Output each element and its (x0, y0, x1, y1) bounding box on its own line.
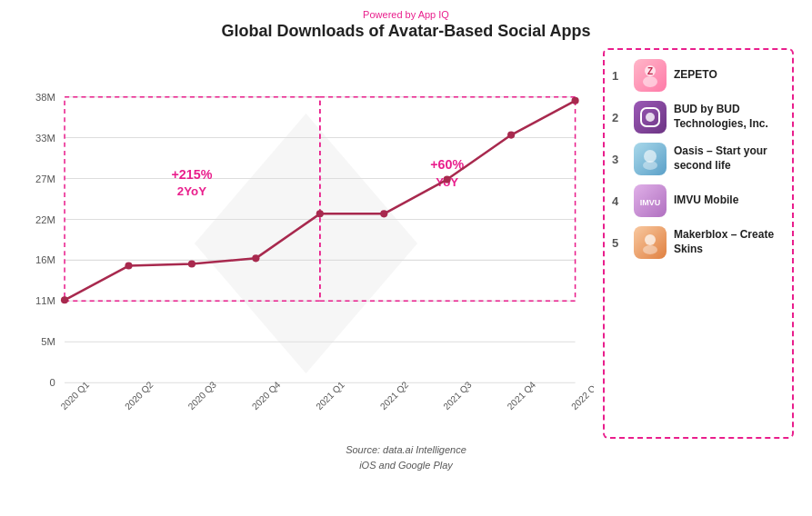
legend-item-1: 1 Z ZEPETO (612, 59, 785, 92)
footer-platforms: iOS and Google Play (359, 460, 453, 471)
x-label-6: 2021 Q3 (441, 380, 474, 412)
legend-icon-imvu: IMVU (634, 184, 667, 217)
dot-7 (507, 131, 515, 138)
svg-text:IMVU: IMVU (640, 198, 661, 207)
footer-source: Source: data.ai Intelligence (346, 444, 466, 455)
x-label-1: 2020 Q2 (123, 380, 155, 412)
dot-2 (188, 260, 195, 267)
dot-1 (125, 262, 132, 269)
legend-icon-zepeto: Z (634, 59, 667, 92)
y-label-27m: 27M (35, 174, 55, 184)
dot-3 (252, 254, 259, 262)
legend-icon-makerblox (634, 226, 667, 259)
powered-by-label: Powered by App IQ (18, 9, 794, 20)
y-label-38m: 38M (35, 92, 55, 103)
legend-icon-bud (634, 101, 667, 134)
dot-6 (444, 175, 451, 183)
svg-point-18 (645, 234, 656, 245)
x-label-7: 2021 Q4 (506, 380, 538, 412)
chart-svg: 0 5M 11M 16M 22M 27M 33M 38M (18, 48, 594, 439)
y-label-11m: 11M (35, 295, 55, 306)
dot-8 (571, 97, 578, 104)
legend-panel: 1 Z ZEPETO 2 (603, 48, 794, 439)
legend-item-3: 3 Oasis – Start your second life (612, 143, 785, 175)
svg-point-14 (646, 113, 655, 122)
chart-title: Global Downloads of Avatar-Based Social … (18, 22, 794, 41)
legend-rank-3: 3 (612, 153, 627, 166)
annotation-sublabel-1: 2YoY (177, 184, 206, 198)
y-label-33m: 33M (35, 133, 55, 144)
chart-area: 0 5M 11M 16M 22M 27M 33M 38M (18, 48, 594, 439)
chart-container: Powered by App IQ Global Downloads of Av… (0, 0, 812, 516)
legend-name-oasis: Oasis – Start your second life (674, 144, 785, 173)
legend-rank-5: 5 (612, 236, 627, 250)
dot-0 (61, 296, 68, 303)
legend-item-4: 4 IMVU IMVU Mobile (612, 184, 785, 217)
x-label-0: 2020 Q1 (59, 380, 92, 412)
legend-rank-4: 4 (612, 194, 627, 208)
dot-5 (380, 210, 387, 217)
dot-4 (316, 210, 324, 217)
x-label-8: 2022 Q1 (569, 380, 594, 412)
annotation-label-1: +215% (171, 167, 212, 182)
footer-text: Source: data.ai Intelligence iOS and Goo… (18, 442, 794, 472)
legend-icon-oasis (634, 143, 667, 175)
svg-text:Z: Z (647, 66, 653, 76)
svg-point-16 (643, 161, 657, 170)
legend-name-imvu: IMVU Mobile (674, 194, 738, 208)
y-label-22m: 22M (35, 214, 55, 225)
legend-item-5: 5 Makerblox – Create Skins (612, 226, 785, 259)
y-label-5m: 5M (41, 336, 55, 347)
legend-rank-2: 2 (612, 111, 627, 124)
legend-rank-1: 1 (612, 69, 627, 83)
y-label-16m: 16M (35, 254, 55, 265)
svg-point-19 (643, 245, 657, 254)
legend-item-2: 2 BUD by BUD Technologies, Inc. (612, 101, 785, 134)
x-label-2: 2020 Q3 (186, 380, 219, 412)
x-label-3: 2020 Q4 (250, 380, 283, 412)
y-label-0: 0 (50, 377, 55, 388)
legend-name-bud: BUD by BUD Technologies, Inc. (674, 103, 785, 131)
svg-point-11 (643, 76, 657, 87)
x-label-4: 2021 Q1 (314, 380, 346, 412)
svg-point-15 (644, 150, 657, 163)
legend-name-makerblox: Makerblox – Create Skins (674, 228, 785, 256)
svg-marker-0 (195, 114, 417, 373)
x-label-5: 2021 Q2 (378, 380, 411, 412)
legend-name-zepeto: ZEPETO (674, 68, 717, 83)
chart-body: 0 5M 11M 16M 22M 27M 33M 38M (18, 48, 794, 439)
